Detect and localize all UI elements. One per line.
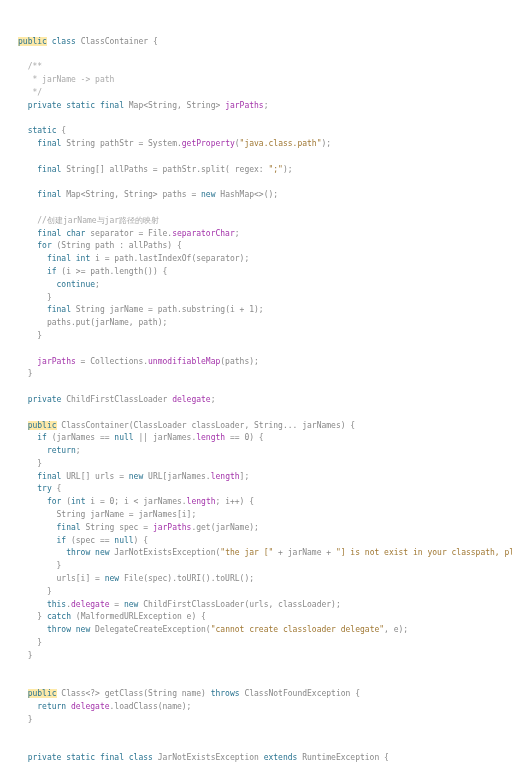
code-line: this.delegate = new ChildFirstClassLoade… — [18, 599, 494, 612]
code-line: continue; — [18, 279, 494, 292]
code-line: final URL[] urls = new URL[jarNames.leng… — [18, 471, 494, 484]
code-line — [18, 151, 494, 164]
code-line: return delegate.loadClass(name); — [18, 701, 494, 714]
code-line: if (i >= path.length()) { — [18, 266, 494, 279]
code-line: /** — [18, 61, 494, 74]
code-line: final String spec = jarPaths.get(jarName… — [18, 522, 494, 535]
code-line — [18, 407, 494, 420]
code-line: */ — [18, 87, 494, 100]
code-line: } — [18, 650, 494, 663]
code-line: jarPaths = Collections.unmodifiableMap(p… — [18, 356, 494, 369]
code-block: public class ClassContainer { /** * jarN… — [18, 36, 494, 765]
code-line — [18, 381, 494, 394]
code-line: } — [18, 292, 494, 305]
code-line: final char separator = File.separatorCha… — [18, 228, 494, 241]
code-line — [18, 202, 494, 215]
code-line: } — [18, 586, 494, 599]
code-line: final String[] allPaths = pathStr.split(… — [18, 164, 494, 177]
code-line: final Map<String, String> paths = new Ha… — [18, 189, 494, 202]
code-line: final int i = path.lastIndexOf(separator… — [18, 253, 494, 266]
code-line: for (String path : allPaths) { — [18, 240, 494, 253]
code-line — [18, 48, 494, 61]
code-line: String jarName = jarNames[i]; — [18, 509, 494, 522]
code-line: } catch (MalformedURLException e) { — [18, 611, 494, 624]
code-line: //创建jarName与jar路径的映射 — [18, 215, 494, 228]
code-line: if (spec == null) { — [18, 535, 494, 548]
code-line — [18, 343, 494, 356]
code-line: private ChildFirstClassLoader delegate; — [18, 394, 494, 407]
code-line — [18, 112, 494, 125]
code-line: for (int i = 0; i < jarNames.length; i++… — [18, 496, 494, 509]
code-line: private static final class JarNotExistsE… — [18, 752, 494, 765]
code-line — [18, 663, 494, 676]
code-line: } — [18, 560, 494, 573]
code-line: public Class<?> getClass(String name) th… — [18, 688, 494, 701]
code-line: * jarName -> path — [18, 74, 494, 87]
code-line: public class ClassContainer { — [18, 36, 494, 49]
code-line: throw new DelegateCreateException("canno… — [18, 624, 494, 637]
code-line: } — [18, 714, 494, 727]
code-line: throw new JarNotExistsException("the jar… — [18, 547, 494, 560]
code-line: private static final Map<String, String>… — [18, 100, 494, 113]
code-line — [18, 739, 494, 752]
code-line: } — [18, 330, 494, 343]
code-line — [18, 727, 494, 740]
code-line: paths.put(jarName, path); — [18, 317, 494, 330]
code-line — [18, 176, 494, 189]
code-line: final String pathStr = System.getPropert… — [18, 138, 494, 151]
code-line: } — [18, 458, 494, 471]
code-line — [18, 675, 494, 688]
code-line: } — [18, 637, 494, 650]
code-line: static { — [18, 125, 494, 138]
code-line: try { — [18, 483, 494, 496]
code-line: } — [18, 368, 494, 381]
code-line: urls[i] = new File(spec).toURI().toURL()… — [18, 573, 494, 586]
code-line: final String jarName = path.substring(i … — [18, 304, 494, 317]
code-line: public ClassContainer(ClassLoader classL… — [18, 420, 494, 433]
code-line: if (jarNames == null || jarNames.length … — [18, 432, 494, 445]
code-line: return; — [18, 445, 494, 458]
